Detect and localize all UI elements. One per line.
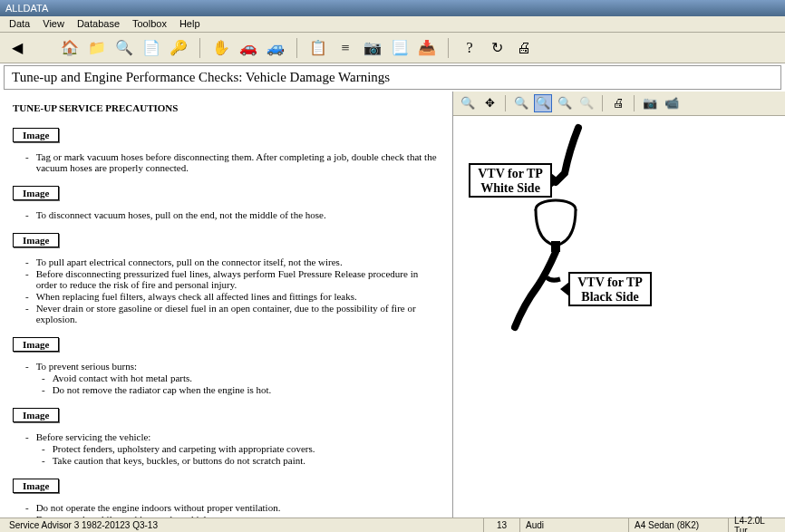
zoom-plus-icon[interactable]: 🔍: [556, 94, 574, 112]
list-item: Do not operate the engine indoors withou…: [25, 502, 440, 513]
diagram-svg: VTV for TP White Side VTV for TP Black S…: [460, 123, 760, 377]
search-icon[interactable]: 🔍: [114, 38, 134, 58]
main-toolbar: ◀ 🏠 📁 🔍 📄 🔑 ✋ 🚗 🚙 📋 ≡ 📷 📃 📥 ? ↻ 🖨: [0, 33, 785, 63]
image-button[interactable]: Image: [13, 186, 59, 200]
document-icon[interactable]: 📄: [141, 38, 161, 58]
list-item: Never drain or store gasoline or diesel …: [25, 303, 440, 324]
status-engine: L4-2.0L Tur: [729, 518, 781, 532]
window-title: ALLDATA: [5, 3, 48, 14]
list-item: Before disconnecting pressurized fuel li…: [25, 268, 440, 290]
diagram-viewport[interactable]: VTV for TP White Side VTV for TP Black S…: [453, 116, 785, 523]
zoom-fit-icon[interactable]: 🔍: [534, 94, 552, 112]
bullet-list: To disconnect vacuum hoses, pull on the …: [25, 209, 440, 220]
bullet-list: To prevent serious burns: Avoid contact …: [25, 361, 440, 395]
list-item: To prevent serious burns:: [25, 361, 440, 372]
image-button[interactable]: Image: [13, 479, 59, 493]
list-item: Protect fenders, upholstery and carpetin…: [42, 443, 440, 454]
print-image-icon[interactable]: 🖨: [609, 94, 627, 112]
svg-text:VTV for TP: VTV for TP: [577, 276, 643, 289]
status-make: Audi: [520, 518, 629, 532]
zoom-out-icon[interactable]: 🔍: [577, 94, 596, 112]
camera-icon[interactable]: 📷: [641, 94, 659, 112]
bullet-list: To pull apart electrical connectors, pul…: [25, 256, 440, 324]
menu-toolbox[interactable]: Toolbox: [127, 17, 172, 31]
article-heading: TUNE-UP SERVICE PRECAUTIONS: [13, 102, 440, 113]
breadcrumb-text: Tune-up and Engine Performance Checks: V…: [12, 70, 390, 84]
list-item: Take caution that keys, buckles, or butt…: [42, 455, 440, 466]
car-icon[interactable]: 🚙: [266, 38, 286, 58]
image-button[interactable]: Image: [13, 233, 59, 247]
list-item: Tag or mark vacuum hoses before disconne…: [25, 151, 440, 173]
status-bar: Service Advisor 3 1982-20123 Q3-13 13 Au…: [0, 517, 785, 532]
help-icon[interactable]: ?: [460, 38, 480, 58]
status-num: 13: [484, 518, 520, 532]
status-version: Service Advisor 3 1982-20123 Q3-13: [4, 518, 484, 532]
home-icon[interactable]: 🏠: [60, 38, 80, 58]
image-panel: 🔍 ✥ 🔍 🔍 🔍 🔍 🖨 📷 📹 VTV for TP White Side: [453, 92, 785, 523]
tray-icon[interactable]: 📥: [417, 38, 437, 58]
svg-text:Black Side: Black Side: [581, 290, 638, 304]
content-area: TUNE-UP SERVICE PRECAUTIONS Image Tag or…: [0, 92, 785, 523]
camera-icon[interactable]: 📷: [363, 38, 383, 58]
list-icon[interactable]: 📋: [308, 38, 328, 58]
svg-text:White Side: White Side: [480, 181, 540, 195]
image-button[interactable]: Image: [13, 128, 59, 142]
refresh-icon[interactable]: ↻: [487, 38, 507, 58]
image-toolbar: 🔍 ✥ 🔍 🔍 🔍 🔍 🖨 📷 📹: [453, 92, 785, 116]
status-model: A4 Sedan (8K2): [629, 518, 729, 532]
menu-bar: Data View Database Toolbox Help: [0, 16, 785, 33]
key-icon[interactable]: 🔑: [169, 38, 189, 58]
folder-icon[interactable]: 📁: [87, 38, 107, 58]
camera-slash-icon[interactable]: 📹: [663, 94, 681, 112]
lines-icon[interactable]: ≡: [335, 38, 355, 58]
list-item: To pull apart electrical connectors, pul…: [25, 256, 440, 267]
list-item: To disconnect vacuum hoses, pull on the …: [25, 209, 440, 220]
svg-text:VTV for TP: VTV for TP: [478, 167, 543, 180]
page-icon[interactable]: 📃: [390, 38, 410, 58]
article-panel: TUNE-UP SERVICE PRECAUTIONS Image Tag or…: [0, 92, 453, 523]
hand-icon[interactable]: ✋: [211, 38, 231, 58]
bullet-list: Before servicing the vehicle: Protect fe…: [25, 431, 440, 466]
zoom-in-icon[interactable]: 🔍: [459, 94, 477, 112]
menu-help[interactable]: Help: [174, 17, 206, 31]
bullet-list: Tag or mark vacuum hoses before disconne…: [25, 151, 440, 173]
svg-marker-7: [560, 282, 569, 296]
pan-icon[interactable]: ✥: [480, 94, 499, 112]
list-item: When replacing fuel filters, always chec…: [25, 291, 440, 302]
menu-data[interactable]: Data: [4, 17, 35, 31]
breadcrumb-bar: Tune-up and Engine Performance Checks: V…: [4, 65, 781, 90]
new-car-icon[interactable]: 🚗: [238, 38, 258, 58]
image-button[interactable]: Image: [13, 337, 59, 352]
menu-view[interactable]: View: [37, 17, 70, 31]
image-button[interactable]: Image: [13, 408, 59, 422]
print-icon[interactable]: 🖨: [514, 38, 534, 58]
zoom-area-icon[interactable]: 🔍: [512, 94, 530, 112]
list-item: Before servicing the vehicle:: [25, 431, 440, 442]
menu-database[interactable]: Database: [72, 17, 125, 31]
back-icon[interactable]: ◀: [7, 38, 27, 58]
window-titlebar: ALLDATA: [0, 0, 785, 16]
list-item: Do not remove the radiator cap when the …: [42, 384, 440, 395]
list-item: Avoid contact with hot metal parts.: [42, 372, 440, 383]
